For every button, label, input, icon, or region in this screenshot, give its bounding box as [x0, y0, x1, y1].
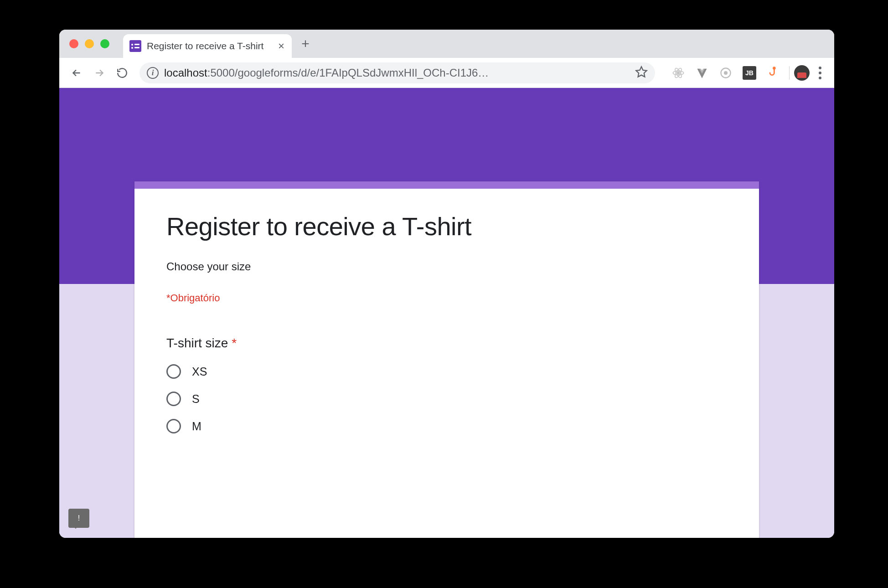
reload-icon: [116, 67, 128, 79]
svg-point-6: [724, 72, 727, 74]
arrow-left-icon: [71, 67, 83, 79]
window-close-button[interactable]: [69, 39, 78, 48]
question-tshirt-size: T-shirt size * XS S: [166, 336, 727, 433]
extension-icons: JB: [671, 66, 780, 80]
browser-tab[interactable]: Register to receive a T-shirt ×: [123, 34, 292, 58]
page-viewport: Register to receive a T-shirt Choose you…: [59, 88, 834, 538]
star-icon: [635, 66, 648, 78]
svg-point-7: [773, 67, 775, 69]
window-minimize-button[interactable]: [85, 39, 94, 48]
form-description: Choose your size: [166, 260, 727, 273]
option-label: M: [192, 420, 201, 433]
arrow-right-icon: [93, 67, 105, 79]
ninja-avatar-icon: [797, 72, 806, 78]
radio-icon: [166, 392, 181, 406]
toolbar-separator: [789, 66, 790, 80]
jetbrains-extension-icon[interactable]: JB: [743, 66, 756, 80]
question-title-text: T-shirt size: [166, 336, 228, 351]
url-host: localhost: [164, 67, 207, 79]
feedback-button[interactable]: !: [68, 509, 89, 528]
reload-button[interactable]: [113, 64, 131, 82]
tab-title: Register to receive a T-shirt: [147, 41, 263, 52]
profile-avatar[interactable]: [794, 65, 810, 81]
window-controls: [69, 39, 109, 48]
radio-option-xs[interactable]: XS: [166, 364, 727, 379]
site-info-icon[interactable]: i: [147, 67, 159, 79]
url-text: localhost:5000/googleforms/d/e/1FAIpQLSd…: [164, 67, 489, 79]
new-tab-button[interactable]: +: [295, 34, 315, 54]
tab-strip: Register to receive a T-shirt × +: [59, 30, 834, 58]
option-label: XS: [192, 365, 207, 378]
svg-marker-0: [636, 67, 646, 77]
form-card: Register to receive a T-shirt Choose you…: [134, 181, 759, 538]
forms-favicon-icon: [129, 40, 141, 52]
browser-window: Register to receive a T-shirt × + i loca…: [59, 30, 834, 538]
react-devtools-icon[interactable]: [671, 66, 685, 80]
radio-option-s[interactable]: S: [166, 392, 727, 406]
address-bar[interactable]: i localhost:5000/googleforms/d/e/1FAIpQL…: [139, 62, 655, 83]
forward-button[interactable]: [90, 64, 108, 82]
back-button[interactable]: [67, 64, 86, 82]
window-zoom-button[interactable]: [100, 39, 109, 48]
vue-devtools-icon[interactable]: [695, 66, 709, 80]
target-extension-icon[interactable]: [719, 66, 733, 80]
hook-extension-icon[interactable]: [766, 66, 780, 80]
required-asterisk: *: [232, 336, 237, 351]
radio-icon: [166, 419, 181, 433]
browser-menu-button[interactable]: [814, 67, 826, 79]
required-note: *Obrigatório: [166, 292, 727, 304]
exclamation-icon: !: [78, 514, 80, 522]
url-path: :5000/googleforms/d/e/1FAIpQLSdJwmxHIl_O…: [207, 67, 489, 79]
question-title: T-shirt size *: [166, 336, 727, 351]
radio-icon: [166, 364, 181, 379]
option-label: S: [192, 392, 200, 406]
browser-toolbar: i localhost:5000/googleforms/d/e/1FAIpQL…: [59, 58, 834, 88]
radio-group: XS S M: [166, 364, 727, 433]
jb-label: JB: [745, 69, 754, 77]
tab-close-button[interactable]: ×: [278, 41, 284, 52]
form-title: Register to receive a T-shirt: [166, 211, 727, 241]
bookmark-button[interactable]: [635, 66, 648, 80]
dots-icon: [819, 67, 821, 69]
svg-point-1: [677, 72, 679, 74]
radio-option-m[interactable]: M: [166, 419, 727, 433]
